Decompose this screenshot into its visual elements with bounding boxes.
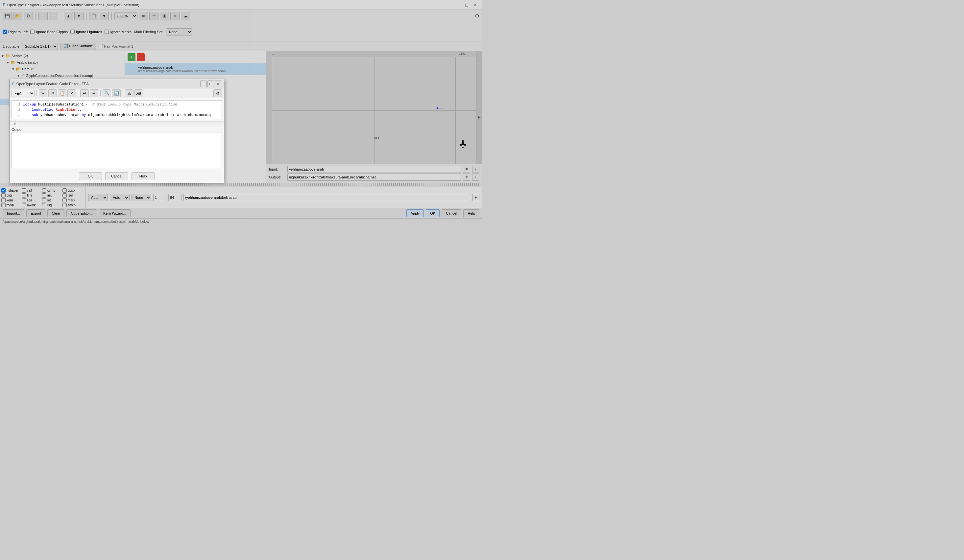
code-editor-dialog: F OpenType Layout Feature Code Editor - … [9,79,224,183]
modal-title-left: F OpenType Layout Feature Code Editor - … [12,82,89,86]
modal-title-controls[interactable]: ─ □ ✕ [200,81,221,87]
modal-toolbar: FEA ✂ ⎘ 📋 ✕ ↩ ↵ 🔍 🔄 ⚠ Aa ⚙ [10,88,224,98]
modal-minimize-button[interactable]: ─ [200,81,207,87]
output-area [11,132,222,168]
code-editor-area[interactable]: 1 lookup MultipleSubstitution1 { # GSUB … [11,100,222,119]
modal-app-icon: F [12,82,15,86]
warning-button[interactable]: ⚠ [125,89,134,97]
code-line-2: 2 lookupflag RightToLeft; [14,107,220,112]
modal-toolbar-sep-3 [100,90,101,96]
modal-toolbar-sep-1 [36,90,37,96]
modal-status-line: 1: 1 · · · · · · · [10,121,224,127]
search-button[interactable]: 🔍 [103,89,111,97]
output-section: Output [11,127,222,168]
code-line-1: 1 lookup MultipleSubstitution1 { # GSUB … [14,102,220,107]
copy-button[interactable]: ⎘ [48,89,57,97]
code-line-3: 3 sub yehhamzaabove-arab by uighurkazakh… [14,112,220,118]
paste-button[interactable]: 📋 [58,89,67,97]
output-section-label: Output [11,127,222,132]
cut-button[interactable]: ✂ [39,89,47,97]
modal-gear-button[interactable]: ⚙ [213,89,222,97]
modal-maximize-button[interactable]: □ [207,81,214,87]
modal-ok-button[interactable]: OK [79,172,102,180]
modal-overlay: F OpenType Layout Feature Code Editor - … [0,0,482,280]
replace-button[interactable]: 🔄 [112,89,120,97]
code-line-4: 4 } MultipleSubstitution1; [14,118,220,119]
font-button[interactable]: Aa [135,89,143,97]
modal-help-button[interactable]: Help [132,172,155,180]
fea-selector[interactable]: FEA [11,90,34,97]
modal-buttons: OK Cancel Help [10,170,224,183]
modal-cancel-button[interactable]: Cancel [105,172,128,180]
modal-title-bar: F OpenType Layout Feature Code Editor - … [10,79,224,88]
modal-dots: · · · · · · · [26,122,38,126]
modal-toolbar-sep-2 [78,90,78,96]
modal-close-button[interactable]: ✕ [215,81,221,87]
wrap-button[interactable]: ↵ [90,89,98,97]
delete-button[interactable]: ✕ [67,89,76,97]
modal-title: OpenType Layout Feature Code Editor - FE… [16,82,89,86]
undo-button[interactable]: ↩ [80,89,89,97]
